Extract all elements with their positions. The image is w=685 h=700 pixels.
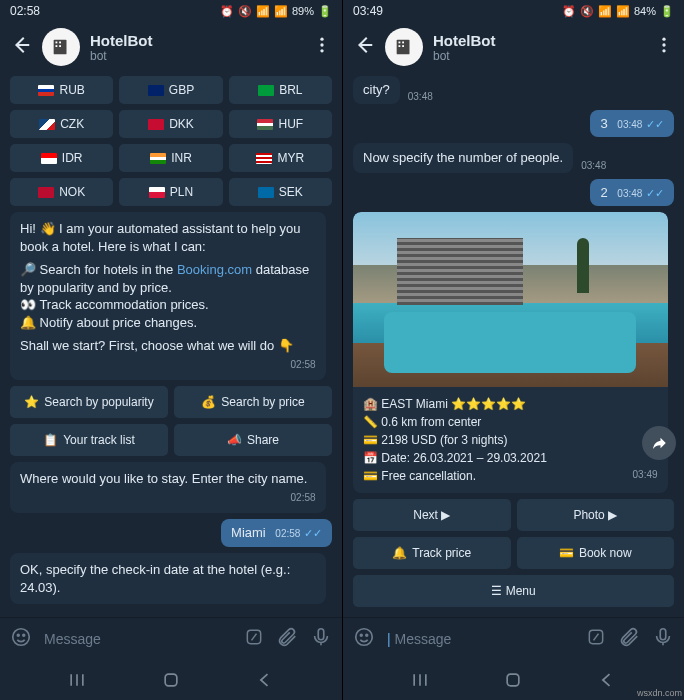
people-bubble: Now specify the number of people. [353,143,573,173]
currency-gbp[interactable]: GBP [119,76,222,104]
svg-rect-12 [318,629,324,640]
attach-icon[interactable] [276,626,298,652]
ans2-bubble: 2 03:48 ✓✓ [590,179,674,207]
book-now-button[interactable]: 💳 Book now [517,537,675,569]
phone-left: 02:58 ⏰ 🔇 📶 📶 89% 🔋 HotelBot bot RUBGBPB… [0,0,342,700]
recents-button[interactable] [67,670,87,694]
people-row: Now specify the number of people. 03:48 [353,143,674,173]
battery-pct: 84% [634,5,656,17]
share-button[interactable]: 📣 Share [174,424,332,456]
currency-nok[interactable]: NOK [10,178,113,206]
booking-link[interactable]: Booking.com [177,262,252,277]
photo-button[interactable]: Photo ▶ [517,499,675,531]
read-checks-icon: ✓✓ [646,118,664,130]
more-icon[interactable] [312,35,332,59]
hotel-bubble: 🏨 EAST Miami ⭐⭐⭐⭐⭐ 📏 0.6 km from center … [353,212,668,493]
currency-rub[interactable]: RUB [10,76,113,104]
svg-rect-4 [59,45,61,47]
hotel-name: 🏨 EAST Miami ⭐⭐⭐⭐⭐ [363,395,658,413]
svg-point-5 [320,38,323,41]
currency-brl[interactable]: BRL [229,76,332,104]
mic-icon[interactable] [652,626,674,652]
mute-icon: 🔇 [238,5,252,18]
search-price-button[interactable]: 💰 Search by price [174,386,332,418]
currency-pln[interactable]: PLN [119,178,222,206]
svg-rect-26 [660,629,666,640]
city-bubble: city? [353,76,400,104]
ans3-row: 3 03:48 ✓✓ [353,110,674,138]
currency-idr[interactable]: IDR [10,144,113,172]
attach-icon[interactable] [618,626,640,652]
currency-inr[interactable]: INR [119,144,222,172]
phone-right: 03:49 ⏰ 🔇 📶 📶 84% 🔋 HotelBot bot city? 0… [342,0,684,700]
hotel-card: 🏨 EAST Miami ⭐⭐⭐⭐⭐ 📏 0.6 km from center … [353,212,674,493]
intro-track: 👀 Track accommodation prices. [20,296,316,314]
svg-rect-15 [399,42,401,44]
signal-icon: 📶 [616,5,630,18]
bot-avatar[interactable] [42,28,80,66]
nav-bar [0,660,342,700]
status-time: 03:49 [353,4,383,18]
back-icon[interactable] [353,34,375,60]
chat-header: HotelBot bot [0,22,342,72]
checkin-bubble: OK, specify the check-in date at the hot… [10,553,326,604]
home-button[interactable] [503,670,523,694]
currency-huf[interactable]: HUF [229,110,332,138]
track-price-button[interactable]: 🔔 Track price [353,537,511,569]
ans2-row: 2 03:48 ✓✓ [353,179,674,207]
commands-icon[interactable] [586,627,606,651]
svg-point-22 [356,629,373,646]
currency-dkk[interactable]: DKK [119,110,222,138]
read-checks-icon: ✓✓ [304,527,322,539]
bot-avatar[interactable] [385,28,423,66]
header-titles[interactable]: HotelBot bot [90,32,302,63]
alarm-icon: ⏰ [562,5,576,18]
back-icon[interactable] [10,34,32,60]
chat-header: HotelBot bot [343,22,684,72]
svg-rect-3 [56,45,58,47]
recents-button[interactable] [410,670,430,694]
intro-bubble: Hi! 👋 I am your automated assistant to h… [10,212,326,380]
mute-icon: 🔇 [580,5,594,18]
chat-title: HotelBot [433,32,644,49]
message-input[interactable]: Message [44,631,232,647]
home-button[interactable] [161,670,181,694]
back-nav-button[interactable] [597,670,617,694]
header-titles[interactable]: HotelBot bot [433,32,644,63]
svg-point-24 [366,634,368,636]
read-checks-icon: ✓✓ [646,187,664,199]
currency-czk[interactable]: CZK [10,110,113,138]
hotel-image[interactable] [353,212,668,387]
emoji-icon[interactable] [353,626,375,652]
where-bubble: Where would you like to stay. Enter the … [10,462,326,513]
currency-sek[interactable]: SEK [229,178,332,206]
status-time: 02:58 [10,4,40,18]
mic-icon[interactable] [310,626,332,652]
svg-point-7 [320,49,323,52]
message-input[interactable]: | Message [387,631,574,647]
nav-bar [343,660,684,700]
chat-title: HotelBot [90,32,302,49]
wifi-icon: 📶 [256,5,270,18]
svg-point-6 [320,43,323,46]
commands-icon[interactable] [244,627,264,651]
currency-myr[interactable]: MYR [229,144,332,172]
more-icon[interactable] [654,35,674,59]
tracklist-button[interactable]: 📋 Your track list [10,424,168,456]
svg-point-23 [360,634,362,636]
input-bar: Message [0,617,342,660]
svg-rect-13 [165,674,177,686]
svg-point-8 [13,629,30,646]
next-button[interactable]: Next ▶ [353,499,511,531]
menu-button[interactable]: ☰ Menu [353,575,674,607]
emoji-icon[interactable] [10,626,32,652]
svg-rect-16 [402,42,404,44]
forward-button[interactable] [642,426,676,460]
miami-row: Miami 02:58 ✓✓ [10,519,332,547]
search-popularity-button[interactable]: ⭐ Search by popularity [10,386,168,418]
back-nav-button[interactable] [255,670,275,694]
hotel-price: 💳 2198 USD (for 3 nights) [363,431,658,449]
battery-icon: 🔋 [660,5,674,18]
intro-notify: 🔔 Notify about price changes. [20,314,316,332]
status-icons: ⏰ 🔇 📶 📶 84% 🔋 [562,5,674,18]
